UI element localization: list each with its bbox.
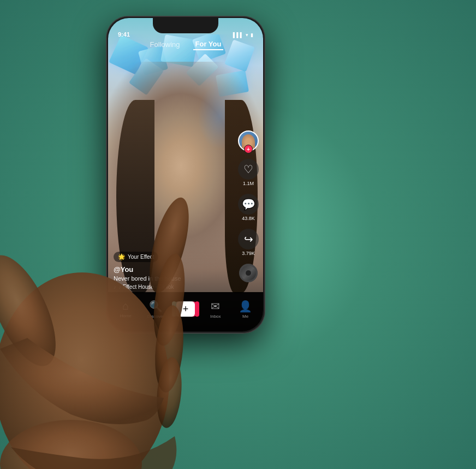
comment-icon: 💬 [242, 198, 255, 211]
svg-point-1 [0, 246, 69, 375]
wifi-icon: ▾ [246, 32, 248, 38]
top-navigation: Following For You [108, 39, 263, 50]
svg-point-5 [154, 356, 184, 429]
inbox-icon: ✉ [211, 300, 220, 313]
heart-icon: ♡ [243, 163, 253, 176]
tab-following[interactable]: Following [148, 39, 182, 50]
share-item: ↪ 3.79K [238, 229, 259, 256]
action-bar: + ♡ 1.1M 💬 43. [238, 130, 259, 282]
add-button[interactable]: + [174, 301, 197, 317]
music-text: ♪ Effect House · TikTok [118, 284, 174, 290]
inbox-label: Inbox [210, 314, 221, 319]
sound-disc-center [245, 270, 252, 276]
comment-count: 43.8K [242, 216, 255, 221]
me-icon: 👤 [239, 300, 252, 313]
comment-button[interactable]: 💬 [238, 194, 259, 215]
home-label: Home [120, 313, 132, 318]
phone-body: 9:41 ▌▌▌ ▾ ▮ [106, 16, 265, 333]
nav-item-me[interactable]: 👤 Me [230, 300, 260, 319]
svg-point-6 [0, 420, 142, 469]
phone-device: 9:41 ▌▌▌ ▾ ▮ [106, 16, 265, 333]
video-caption: Never bored in the house [114, 275, 233, 282]
nav-item-inbox[interactable]: ✉ Inbox [200, 300, 230, 319]
like-count: 1.1M [243, 181, 254, 186]
phone-notch [153, 18, 218, 33]
like-item: ♡ 1.1M [238, 159, 259, 186]
comment-item: 💬 43.8K [238, 194, 259, 221]
scene: 9:41 ▌▌▌ ▾ ▮ [0, 0, 476, 469]
nav-item-add[interactable]: + [171, 301, 201, 317]
follow-plus-badge: + [244, 145, 253, 153]
add-button-icon: + [176, 301, 195, 317]
home-icon: ⌂ [122, 300, 129, 312]
me-label: Me [242, 314, 248, 319]
phone-screen: 9:41 ▌▌▌ ▾ ▮ [108, 18, 263, 331]
share-count: 3.79K [242, 251, 255, 256]
bottom-navigation: ⌂ Home 🔍 Discover + ✉ Inbox [108, 292, 263, 331]
like-button[interactable]: ♡ [238, 159, 259, 180]
effect-badge-text: Your Effect [128, 254, 154, 260]
share-icon: ↪ [244, 233, 253, 246]
sound-item [239, 264, 258, 282]
sound-disc[interactable] [239, 264, 258, 282]
discover-icon: 🔍 [149, 300, 163, 313]
status-icons: ▌▌▌ ▾ ▮ [233, 32, 253, 38]
status-time: 9:41 [118, 31, 130, 38]
nav-item-home[interactable]: ⌂ Home [111, 300, 141, 318]
video-username[interactable]: @You [114, 265, 233, 274]
avatar-button[interactable]: + [238, 130, 259, 151]
avatar-item: + [238, 130, 259, 151]
music-note-icon: ♪ [114, 284, 116, 290]
effect-badge[interactable]: 🌟 Your Effect [114, 252, 158, 262]
discover-label: Discover [147, 314, 164, 319]
tab-foryou[interactable]: For You [193, 39, 224, 50]
signal-icon: ▌▌▌ [233, 32, 243, 38]
share-button[interactable]: ↪ [238, 229, 259, 250]
music-info[interactable]: ♪ ♪ Effect House · TikTok [114, 284, 233, 290]
battery-icon: ▮ [251, 32, 253, 38]
content-info: 🌟 Your Effect @You Never bored in the ho… [114, 251, 233, 290]
nav-item-discover[interactable]: 🔍 Discover [141, 300, 171, 319]
effect-badge-icon: 🌟 [118, 253, 126, 260]
